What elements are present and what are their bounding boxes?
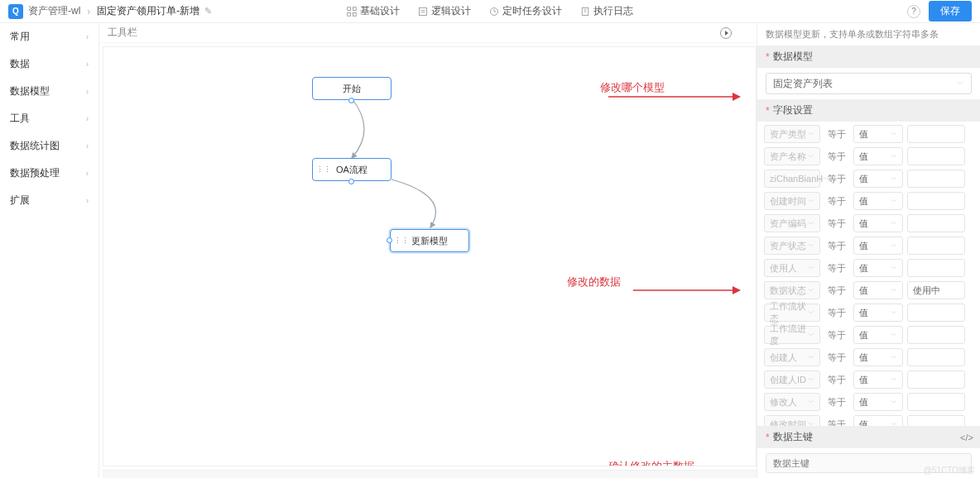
- sidebar-item-preprocess[interactable]: 数据预处理›: [0, 160, 98, 187]
- tab-timer-design[interactable]: 定时任务设计: [489, 4, 562, 18]
- field-value-type-select[interactable]: 值﹀: [853, 259, 903, 277]
- field-value-input[interactable]: [907, 237, 965, 255]
- sidebar-item-label: 数据: [10, 57, 30, 71]
- node-port-left[interactable]: [387, 237, 392, 243]
- flow-node-update-model[interactable]: ⋮⋮ 更新模型: [390, 229, 469, 252]
- field-value-input[interactable]: [907, 192, 965, 210]
- field-value-input[interactable]: [907, 415, 965, 426]
- field-name-select[interactable]: 创建人ID﹀: [764, 370, 820, 389]
- select-value: 固定资产列表: [773, 77, 833, 91]
- field-value-input[interactable]: [907, 170, 965, 188]
- field-value-type-select[interactable]: 值﹀: [853, 214, 903, 232]
- breadcrumb-page[interactable]: 固定资产领用订单-新增: [97, 4, 199, 18]
- field-row: 资产名称﹀等于值﹀: [764, 147, 973, 165]
- field-value-input[interactable]: [907, 214, 965, 232]
- chevron-right-icon: ›: [86, 196, 89, 205]
- field-name-select[interactable]: 修改时间﹀: [764, 415, 820, 426]
- field-value-type-select[interactable]: 值﹀: [853, 192, 903, 210]
- model-select[interactable]: 固定资产列表 ﹀: [766, 73, 972, 94]
- field-operator: 等于: [824, 240, 849, 252]
- field-value-type-select[interactable]: 值﹀: [853, 415, 903, 426]
- svg-rect-1: [353, 7, 357, 10]
- chevron-down-icon: ﹀: [808, 420, 814, 427]
- section-data-pk: *数据主键</>: [757, 426, 980, 448]
- field-name-select[interactable]: 修改人﹀: [764, 393, 820, 411]
- top-tabs: 基础设计 逻辑设计 定时任务设计 执行日志: [347, 4, 633, 18]
- breadcrumb-app[interactable]: 资产管理-wl: [28, 4, 80, 18]
- tab-exec-log[interactable]: 执行日志: [580, 4, 633, 18]
- field-value-input[interactable]: [907, 370, 965, 389]
- sidebar-item-data-model[interactable]: 数据模型›: [0, 78, 98, 105]
- sidebar-item-extend[interactable]: 扩展›: [0, 187, 98, 214]
- field-name-select[interactable]: 工作流进度﹀: [764, 326, 820, 344]
- field-name-select[interactable]: 资产类型﹀: [764, 125, 820, 143]
- field-value-input[interactable]: [907, 147, 965, 165]
- app-icon: Q: [8, 4, 23, 19]
- save-button[interactable]: 保存: [929, 1, 972, 22]
- arrow-icon: [608, 90, 741, 103]
- field-value-type-select[interactable]: 值﹀: [853, 393, 903, 411]
- field-name-select[interactable]: ziChanBianH﹀: [764, 170, 820, 188]
- field-name-select[interactable]: 资产状态﹀: [764, 237, 820, 255]
- play-button[interactable]: [720, 27, 732, 39]
- field-name-select[interactable]: 使用人﹀: [764, 259, 820, 277]
- field-value-input[interactable]: [907, 348, 965, 366]
- tab-logic-design[interactable]: 逻辑设计: [418, 4, 471, 18]
- flow-node-oa[interactable]: ⋮⋮ OA流程: [312, 158, 392, 181]
- field-value-type-select[interactable]: 值﹀: [853, 326, 903, 344]
- tab-label: 定时任务设计: [502, 4, 562, 18]
- sidebar-item-tool[interactable]: 工具›: [0, 105, 98, 132]
- field-value-input[interactable]: [907, 125, 965, 143]
- svg-rect-4: [420, 7, 427, 15]
- field-value-type-select[interactable]: 值﹀: [853, 281, 903, 299]
- flow-node-start[interactable]: 开始: [312, 77, 392, 100]
- field-name-select[interactable]: 资产名称﹀: [764, 147, 820, 165]
- code-icon[interactable]: </>: [960, 433, 973, 442]
- sidebar-item-data[interactable]: 数据›: [0, 50, 98, 78]
- field-name-select[interactable]: 创建时间﹀: [764, 192, 820, 210]
- field-name-select[interactable]: 工作流状态﹀: [764, 304, 820, 322]
- flow-canvas[interactable]: 开始 ⋮⋮ OA流程 ⋮⋮ 更新模型 修改哪个模型 修改的数据 确认修改的主数据: [103, 46, 757, 466]
- chevron-right-icon: ›: [86, 114, 89, 123]
- edit-icon[interactable]: ✎: [204, 6, 212, 17]
- sidebar-item-chart[interactable]: 数据统计图›: [0, 132, 98, 160]
- field-row: 工作流进度﹀等于值﹀: [764, 326, 973, 344]
- field-name-select[interactable]: 数据状态﹀: [764, 281, 820, 299]
- field-value-type-select[interactable]: 值﹀: [853, 147, 903, 165]
- horizontal-scrollbar[interactable]: [103, 470, 757, 478]
- field-value-type-select[interactable]: 值﹀: [853, 304, 903, 322]
- help-icon[interactable]: ?: [907, 5, 920, 18]
- fields-list: 资产类型﹀等于值﹀资产名称﹀等于值﹀ziChanBianH﹀等于值﹀创建时间﹀等…: [757, 122, 980, 426]
- node-port-bottom[interactable]: [348, 98, 354, 103]
- canvas-toolbar: 工具栏: [99, 23, 757, 43]
- left-sidebar: 常用› 数据› 数据模型› 工具› 数据统计图› 数据预处理› 扩展›: [0, 23, 99, 478]
- tab-basic-design[interactable]: 基础设计: [347, 4, 400, 18]
- chevron-down-icon: ﹀: [808, 219, 814, 228]
- chevron-down-icon: ﹀: [808, 398, 814, 407]
- sidebar-item-common[interactable]: 常用›: [0, 23, 98, 50]
- field-value-input[interactable]: [907, 259, 965, 277]
- field-value-input[interactable]: [907, 304, 965, 322]
- field-value-input[interactable]: [907, 326, 965, 344]
- field-operator: 等于: [824, 374, 849, 386]
- drag-handle-icon[interactable]: ⋮⋮: [394, 237, 409, 245]
- field-value-type-select[interactable]: 值﹀: [853, 370, 903, 389]
- field-value-type-select[interactable]: 值﹀: [853, 170, 903, 188]
- field-value-input[interactable]: [907, 393, 965, 411]
- properties-panel: 数据模型更新，支持单条或数组字符串多条 *数据模型 固定资产列表 ﹀ *字段设置…: [757, 23, 980, 478]
- field-operator: 等于: [824, 262, 849, 275]
- field-value-type-select[interactable]: 值﹀: [853, 348, 903, 366]
- field-value-type-select[interactable]: 值﹀: [853, 125, 903, 143]
- field-name-select[interactable]: 资产编码﹀: [764, 214, 820, 232]
- annotation-2: 修改的数据: [567, 275, 621, 289]
- node-port-bottom[interactable]: [348, 179, 354, 184]
- field-value-type-select[interactable]: 值﹀: [853, 237, 903, 255]
- section-data-model: *数据模型: [757, 45, 980, 68]
- arrow-icon: [633, 284, 741, 297]
- chevron-down-icon: ﹀: [891, 241, 897, 251]
- drag-handle-icon[interactable]: ⋮⋮: [316, 165, 331, 174]
- field-name-select[interactable]: 创建人﹀: [764, 348, 820, 366]
- field-row: ziChanBianH﹀等于值﹀: [764, 170, 973, 188]
- field-value-input[interactable]: 使用中: [907, 281, 965, 299]
- section-title: 数据模型: [773, 50, 813, 64]
